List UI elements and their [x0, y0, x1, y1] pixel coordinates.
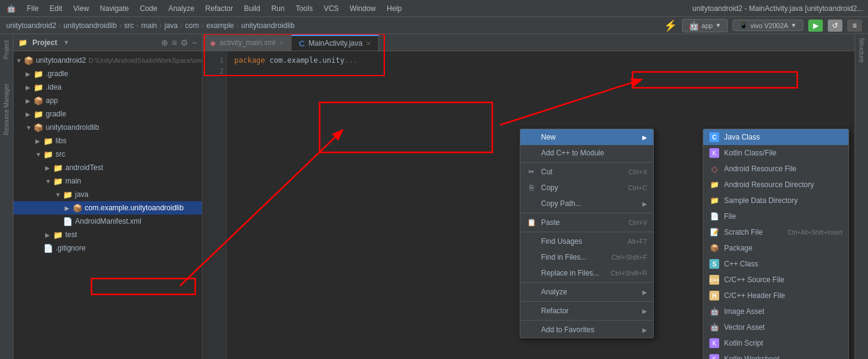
breadcrumb-example[interactable]: example	[206, 21, 234, 30]
ctx-cut[interactable]: ✂ Cut Ctrl+X	[520, 164, 653, 180]
menu-analyze[interactable]: Analyze	[163, 3, 199, 14]
sub-cpp-source[interactable]: C++ C/C++ Source File	[703, 272, 848, 288]
tree-item-test[interactable]: ▶ 📁 test	[13, 228, 202, 241]
sample-data-dir-icon: 📁	[709, 196, 719, 205]
ctx-sep-6	[520, 320, 653, 321]
ctx-replace-in-files[interactable]: Replace in Files... Ctrl+Shift+R	[520, 265, 653, 281]
menu-vcs[interactable]: VCS	[319, 3, 344, 14]
sub-cpp-class[interactable]: S C++ Class	[703, 256, 848, 272]
sub-cpp-header[interactable]: H C/C++ Header File	[703, 288, 848, 304]
favorites-icon	[526, 325, 536, 335]
ctx-analyze[interactable]: Analyze	[520, 284, 653, 300]
cpp-header-icon: H	[709, 291, 719, 300]
submenu-new: C Java Class K Kotlin Class/File ◇ Andro…	[703, 129, 849, 359]
breadcrumb-package[interactable]: unitytoandroidlib	[242, 21, 295, 30]
structure-strip-label[interactable]: Structure	[858, 38, 865, 63]
ctx-add-to-favorites[interactable]: Add to Favorites	[520, 322, 653, 338]
breadcrumb-project[interactable]: unitytoandroid2	[6, 21, 56, 30]
cpp-icon	[526, 148, 536, 158]
sub-kotlin-class[interactable]: K Kotlin Class/File	[703, 145, 848, 161]
tab-bar: ◈ activity_main.xml ✕ C MainActivity.jav…	[203, 34, 855, 51]
tree-item-gitignore[interactable]: ▶ 📄 .gitignore	[13, 241, 202, 255]
menu-build[interactable]: Build	[239, 3, 265, 14]
main-layout: Project Resource Manager 📁 Project ▼ ⊕ ≡…	[0, 34, 868, 359]
sub-image-asset[interactable]: 🤖 Image Asset	[703, 304, 848, 319]
tab-mainactivity-java[interactable]: C MainActivity.java ✕	[292, 35, 379, 51]
tab-close-java[interactable]: ✕	[366, 40, 371, 47]
sub-android-resource-dir[interactable]: 📁 Android Resource Directory	[703, 177, 848, 193]
breadcrumb-com[interactable]: com	[185, 21, 199, 30]
tree-item-java[interactable]: ▼ 📁 java	[13, 188, 202, 201]
menu-refactor[interactable]: Refactor	[201, 3, 238, 14]
tree-item-lib[interactable]: ▼ 📦 unitytoandroidlib	[13, 121, 202, 134]
tab-activity-main-xml[interactable]: ◈ activity_main.xml ✕	[203, 35, 292, 51]
file-icon: 📄	[709, 211, 719, 221]
menu-edit[interactable]: Edit	[45, 3, 67, 14]
sub-sample-data-dir[interactable]: 📁 Sample Data Directory	[703, 193, 848, 208]
kotlin-worksheet-icon: K	[709, 354, 719, 359]
menu-run[interactable]: Run	[267, 3, 290, 14]
resource-manager-strip-label[interactable]: Resource Manager	[3, 84, 10, 135]
breadcrumb-java[interactable]: java	[164, 21, 178, 30]
android-resource-file-icon: ◇	[709, 164, 719, 174]
sub-java-class[interactable]: C Java Class	[703, 129, 848, 145]
tree-item-manifest[interactable]: ▶ 📄 AndroidManifest.xml	[13, 215, 202, 228]
device-selector[interactable]: 📱 vivo V2002A ▼	[733, 20, 803, 31]
tree-item-root[interactable]: ▼ 📦 unitytoandroid2 D:\Unity\AndroidStud…	[13, 54, 202, 67]
locate-icon[interactable]: ⊕	[161, 38, 168, 48]
breadcrumb-lib[interactable]: unitytoandroidlib	[63, 21, 117, 30]
menu-view[interactable]: View	[68, 3, 94, 14]
tree-item-libs[interactable]: ▶ 📁 libs	[13, 134, 202, 148]
sub-android-resource-file[interactable]: ◇ Android Resource File	[703, 161, 848, 177]
menu-navigate[interactable]: Navigate	[95, 3, 134, 14]
image-asset-icon: 🤖	[709, 307, 719, 316]
sub-vector-asset[interactable]: 🤖 Vector Asset	[703, 319, 848, 335]
gradle-icon[interactable]: ⚡	[664, 19, 677, 32]
line-numbers: 1 2	[203, 51, 227, 359]
find-usages-icon	[526, 236, 536, 246]
tab-close-xml[interactable]: ✕	[279, 40, 284, 46]
ctx-refactor[interactable]: Refactor	[520, 303, 653, 319]
ctx-paste[interactable]: 📋 Paste Ctrl+V	[520, 215, 653, 230]
minimize-icon[interactable]: −	[192, 38, 197, 48]
settings-icon[interactable]: ⚙	[181, 38, 188, 48]
more-button[interactable]: ≡	[847, 20, 862, 32]
kotlin-class-icon: K	[709, 148, 719, 158]
breadcrumb-src[interactable]: src	[124, 21, 134, 30]
breadcrumb-main[interactable]: main	[141, 21, 157, 30]
ctx-find-usages[interactable]: Find Usages Alt+F7	[520, 233, 653, 249]
debug-button[interactable]: ↺	[828, 20, 842, 32]
panel-header: 📁 Project ▼ ⊕ ≡ ⚙ −	[13, 34, 202, 51]
menu-window[interactable]: Window	[345, 3, 381, 14]
kotlin-script-icon: K	[709, 338, 719, 348]
tree-item-src[interactable]: ▼ 📁 src	[13, 148, 202, 161]
tree-item-package[interactable]: ▶ 📦 com.example.unitytoandroidlib	[13, 201, 202, 215]
sub-file[interactable]: 📄 File	[703, 208, 848, 224]
sub-kotlin-worksheet[interactable]: K Kotlin Worksheet	[703, 351, 848, 359]
run-button[interactable]: ▶	[808, 20, 823, 32]
menu-file[interactable]: File	[22, 3, 43, 14]
sub-scratch-file[interactable]: 📝 Scratch File Ctrl+Alt+Shift+Insert	[703, 224, 848, 240]
ctx-new[interactable]: New	[520, 129, 653, 145]
run-config-selector[interactable]: 🤖 app ▼	[682, 19, 728, 32]
ctx-find-in-files[interactable]: Find in Files... Ctrl+Shift+F	[520, 249, 653, 265]
menu-code[interactable]: Code	[135, 3, 162, 14]
ctx-copy-path[interactable]: Copy Path...	[520, 196, 653, 211]
project-strip-label[interactable]: Project	[3, 40, 10, 59]
tree-item-main[interactable]: ▼ 📁 main	[13, 174, 202, 188]
tree-item-gradle[interactable]: ▶ 📁 .gradle	[13, 67, 202, 80]
tree-item-gradle2[interactable]: ▶ 📁 gradle	[13, 107, 202, 121]
tree-item-androidtest[interactable]: ▶ 📁 androidTest	[13, 161, 202, 174]
tree-item-idea[interactable]: ▶ 📁 .idea	[13, 80, 202, 94]
filter-icon[interactable]: ≡	[172, 38, 177, 48]
sub-kotlin-script[interactable]: K Kotlin Script	[703, 335, 848, 351]
menu-help[interactable]: Help	[382, 3, 407, 14]
ctx-copy[interactable]: ⎘ Copy Ctrl+C	[520, 180, 653, 196]
context-menu: New Add C++ to Module ✂ Cut Ctrl+X ⎘ Cop…	[520, 129, 654, 338]
panel-dropdown[interactable]: ▼	[63, 39, 70, 46]
menu-tools[interactable]: Tools	[291, 3, 318, 14]
sub-package[interactable]: 📦 Package	[703, 240, 848, 256]
ctx-add-cpp[interactable]: Add C++ to Module	[520, 145, 653, 161]
tree-item-app[interactable]: ▶ 📦 app	[13, 94, 202, 107]
new-icon	[526, 132, 536, 142]
